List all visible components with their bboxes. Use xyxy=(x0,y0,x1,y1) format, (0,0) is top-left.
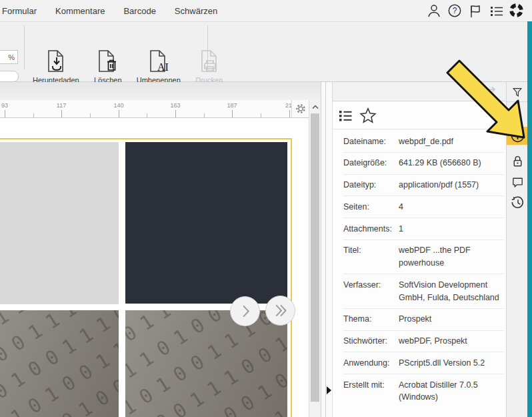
property-row: Dateiname:webpdf_de.pdf xyxy=(343,131,503,153)
page-tile-dark xyxy=(125,142,287,304)
print-button: Drucken xyxy=(189,47,229,85)
binary-pattern: 0100111001011010011100101101001110010110… xyxy=(0,310,119,417)
property-row: Titel:webPDF ...the PDF powerhouse xyxy=(343,240,503,275)
property-row: Verfasser:SoftVision Development GmbH, F… xyxy=(343,274,503,309)
tab-formular[interactable]: Formular xyxy=(2,6,37,16)
double-chevron-right-icon xyxy=(266,296,295,326)
history-tab[interactable] xyxy=(507,192,528,212)
property-row: Attachments:1 xyxy=(343,218,503,240)
gear-icon[interactable] xyxy=(295,103,306,114)
permissions-tab[interactable] xyxy=(507,151,528,171)
chevron-up-icon xyxy=(311,103,320,111)
document-delete-icon xyxy=(96,49,120,74)
chevron-right-icon xyxy=(231,296,259,326)
history-icon xyxy=(510,195,525,210)
panel-splitter[interactable] xyxy=(321,82,333,417)
ribbon-tab-bar: Formular Kommentare Barcode Schwärzen ? xyxy=(0,0,532,22)
document-rename-icon: AI xyxy=(147,49,171,74)
svg-text:?: ? xyxy=(452,6,457,15)
document-viewport[interactable]: se 0100111001011010011100101101001110010… xyxy=(0,117,309,417)
vertical-scrollbar[interactable] xyxy=(309,100,321,417)
delete-button[interactable]: Löschen xyxy=(88,47,128,85)
rename-button[interactable]: AI Umbenennen xyxy=(133,47,184,85)
page-tile-photo-left: se 0100111001011010011100101101001110010… xyxy=(0,310,119,417)
comments-tab[interactable] xyxy=(507,171,528,191)
svg-text:AI: AI xyxy=(157,61,169,73)
sidebar-icon-strip xyxy=(506,82,528,417)
filter-button[interactable] xyxy=(507,82,528,102)
binary-pattern: 0100111001011010011100101101001110010110… xyxy=(125,310,287,417)
panel-divider xyxy=(333,129,507,129)
property-row: Erstellt mit:Acrobat Distiller 7.0.5 (Wi… xyxy=(343,374,503,408)
lock-icon xyxy=(511,154,525,168)
info-icon xyxy=(510,128,525,143)
list-icon[interactable] xyxy=(488,3,503,18)
comment-icon xyxy=(511,175,525,189)
page-tile-light xyxy=(0,142,119,304)
window-edge-accent xyxy=(527,21,532,417)
page-tile-photo-right: PDF 010011100101101001110010110100111001… xyxy=(125,310,287,417)
ruler-settings-cell xyxy=(291,100,309,118)
document-download-icon xyxy=(44,49,68,74)
property-row: Dateityp:application/pdf (1557) xyxy=(343,175,503,197)
property-row: Dateigröße:641.29 KB (656680 B) xyxy=(343,153,503,175)
tab-barcode[interactable]: Barcode xyxy=(123,6,155,16)
star-icon[interactable] xyxy=(359,107,377,124)
help-icon[interactable]: ? xyxy=(447,3,462,18)
document-print-icon xyxy=(197,49,221,74)
list-view-icon[interactable] xyxy=(337,107,354,124)
property-row: Thema:Prospekt xyxy=(343,309,503,331)
next-page-button[interactable] xyxy=(230,296,260,326)
file-properties-list: Dateiname:webpdf_de.pdf Dateigröße:641.2… xyxy=(343,131,503,408)
flag-icon[interactable] xyxy=(467,3,483,18)
property-row: Seiten:4 xyxy=(343,196,503,218)
property-row: Anwendung:PScript5.dll Version 5.2 xyxy=(343,352,503,374)
info-tab-active[interactable] xyxy=(507,127,528,145)
horizontal-ruler: 93 117 140 163 187 21 xyxy=(0,100,291,118)
zoom-percent-input[interactable]: % xyxy=(0,50,18,64)
lifebuoy-icon[interactable] xyxy=(509,3,524,18)
scrollbar-thumb[interactable] xyxy=(311,113,319,402)
splitter-collapse-handle[interactable] xyxy=(327,386,331,394)
ribbon-toolbar: % Herunterladen Löschen xyxy=(0,22,527,82)
panel-header-band xyxy=(332,82,507,101)
tab-schwaerzen[interactable]: Schwärzen xyxy=(175,6,217,16)
app-window: Formular Kommentare Barcode Schwärzen ? xyxy=(0,0,532,417)
filter-icon xyxy=(511,86,523,98)
property-row: Stichwörter:webPDF, Prospekt xyxy=(343,331,503,353)
ribbon-divider xyxy=(24,25,25,69)
scroll-up-button[interactable] xyxy=(309,100,321,113)
forward-icon[interactable] xyxy=(484,85,497,98)
last-page-button[interactable] xyxy=(265,296,295,326)
download-button[interactable]: Herunterladen xyxy=(29,47,83,85)
document-info-panel: Dateiname:webpdf_de.pdf Dateigröße:641.2… xyxy=(332,101,507,417)
zoom-slider[interactable] xyxy=(0,71,19,82)
user-icon[interactable] xyxy=(426,3,441,18)
pdf-page-preview[interactable]: se 0100111001011010011100101101001110010… xyxy=(0,138,292,417)
tab-kommentare[interactable]: Kommentare xyxy=(55,6,105,16)
